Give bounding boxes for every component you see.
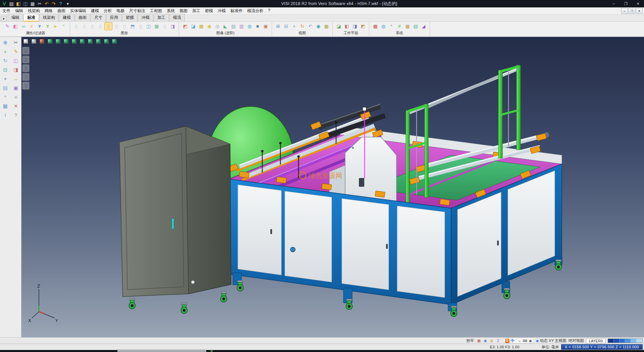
view-cube-icon[interactable] — [38, 38, 45, 45]
layer-shade-icon[interactable]: ◨ — [169, 23, 176, 30]
chain-icon[interactable]: ∞ — [20, 23, 27, 30]
select-icon[interactable]: ► — [52, 23, 59, 30]
ime-tool-icon[interactable]: ▣ — [529, 339, 532, 343]
ribbon-tab[interactable]: 应用 — [106, 14, 122, 21]
ime-language-toggle[interactable]: 中 — [511, 338, 515, 343]
3d-viewport[interactable]: ▯▯▯▯▯ — [21, 37, 644, 337]
quick-access-icon[interactable]: ▾ — [65, 1, 71, 7]
snap-label[interactable]: 拴牢 — [467, 338, 474, 343]
menu-item[interactable]: 建模 — [89, 7, 101, 14]
menu-item[interactable]: 曲面 — [55, 7, 68, 14]
layer-cylinder-icon[interactable]: ▯ — [72, 23, 80, 30]
menu-item[interactable]: 线架构 — [25, 7, 42, 14]
ribbon-tab[interactable]: 冲模 — [138, 14, 153, 21]
grid-icon[interactable]: # — [396, 23, 403, 30]
layer-cylinder-icon[interactable]: ▯ — [89, 23, 96, 30]
status-tool-icon[interactable]: ◍ — [489, 338, 495, 343]
left-tool-icon[interactable]: ↻ — [1, 56, 9, 64]
layer-color-swatch[interactable] — [620, 339, 625, 343]
left-tool-icon[interactable]: ▣ — [12, 84, 20, 92]
left-tool-icon[interactable]: ≡ — [12, 93, 20, 101]
unchain-icon[interactable]: ≠ — [28, 23, 35, 30]
status-tool-icon[interactable]: 2 — [495, 338, 501, 343]
ribbon-tab[interactable]: 曲面 — [75, 14, 90, 21]
zoom-window-icon[interactable]: ⊟ — [282, 23, 290, 30]
clipboard-icon[interactable]: ▯ — [22, 56, 29, 63]
clipboard-icon[interactable]: ▯ — [22, 82, 29, 89]
menu-item[interactable]: 冲模 — [215, 7, 228, 14]
ribbon-tab[interactable]: 线架构 — [39, 14, 59, 21]
snapshot-icon[interactable]: ▣ — [262, 23, 269, 30]
ribbon-tab[interactable]: 建模 — [59, 14, 74, 21]
quick-access-icon[interactable]: ↶ — [44, 1, 50, 7]
ribbon-tab[interactable]: 模流 — [169, 14, 185, 21]
maximize-button[interactable]: ❐ — [620, 0, 632, 7]
left-tool-icon[interactable]: ⌖ — [1, 75, 9, 83]
quick-access-icon[interactable]: ◧ — [15, 1, 21, 7]
menu-item[interactable]: 标准件 — [228, 7, 245, 14]
workplane-xy-icon[interactable]: ◧ — [343, 23, 351, 30]
database-icon[interactable]: ▤ — [412, 23, 419, 30]
ime-logo-icon[interactable]: S — [505, 339, 509, 343]
view-cube-icon[interactable] — [30, 38, 37, 45]
calculator-icon[interactable]: ▦ — [404, 23, 411, 30]
os-taskbar[interactable] — [0, 350, 644, 352]
menu-item[interactable]: 文件 — [0, 7, 13, 14]
previous-view-icon[interactable]: ↶ — [307, 23, 314, 30]
layer-color-swatch[interactable] — [625, 339, 631, 343]
ime-tool-icon[interactable]: ☺ — [518, 339, 521, 343]
layer-cylinder-icon[interactable]: ▯ — [137, 23, 144, 30]
layer-half-icon[interactable]: ⬒ — [129, 23, 136, 30]
view-mode-indicator[interactable]: ◉ 动态 XY 主视图 — [536, 338, 567, 343]
view-cube-icon[interactable] — [103, 38, 110, 45]
status-tool-icon[interactable]: ◉ — [483, 338, 488, 343]
view-cube-icon[interactable] — [54, 38, 61, 45]
workplane-align-icon[interactable]: ◨ — [351, 23, 359, 30]
quick-access-icon[interactable]: ✂ — [37, 1, 43, 7]
camera-icon[interactable]: ◎ — [214, 23, 221, 30]
left-tool-icon[interactable]: ◨ — [12, 65, 20, 74]
view-cube-icon[interactable] — [78, 38, 86, 45]
left-tool-icon[interactable]: * — [1, 93, 9, 101]
menu-item[interactable]: 分析 — [101, 7, 114, 14]
ribbon-tab[interactable]: 塑膜 — [122, 14, 138, 21]
section-icon[interactable]: ◣ — [222, 23, 229, 30]
menu-item[interactable]: 塑模 — [203, 7, 215, 14]
view-cube-icon[interactable] — [22, 38, 29, 45]
quick-access-icon[interactable]: ▦ — [30, 1, 36, 7]
view-cube-icon[interactable] — [62, 38, 69, 45]
left-tool-icon[interactable]: + — [1, 47, 9, 55]
quick-access-icon[interactable]: ▤ — [8, 1, 14, 7]
close-button[interactable]: ✕ — [632, 0, 644, 7]
layer-color-swatch[interactable] — [637, 339, 642, 343]
layer-color-swatch[interactable] — [631, 339, 637, 343]
settings-icon[interactable]: * — [388, 23, 395, 30]
workplane-3pt-icon[interactable]: ◩ — [359, 23, 367, 30]
left-tool-icon[interactable]: ◫ — [12, 56, 20, 64]
left-tool-icon[interactable]: ▤ — [1, 84, 9, 92]
layer-color-swatch[interactable] — [614, 339, 620, 343]
mdi-restore-button[interactable]: ❐ — [629, 8, 635, 14]
edit-attributes-icon[interactable]: ✎ — [4, 23, 11, 30]
wireframe-icon[interactable]: ▤ — [230, 23, 237, 30]
taskbar-app-icon[interactable] — [211, 350, 213, 352]
left-tool-icon[interactable]: ✕ — [12, 102, 20, 110]
quick-access-icon[interactable]: V — [1, 1, 7, 7]
background-icon[interactable]: ■ — [254, 23, 261, 30]
workplane-icon[interactable]: ◪ — [335, 23, 342, 30]
minimize-button[interactable]: ─ — [608, 0, 620, 7]
transparency-icon[interactable]: ◍ — [246, 23, 253, 30]
menu-item[interactable]: 加工 — [190, 7, 203, 14]
menu-item[interactable]: 编辑 — [13, 7, 25, 14]
rotate-view-icon[interactable]: ↻ — [299, 23, 306, 30]
menu-item[interactable]: 模流分析 — [245, 7, 266, 14]
view-cube-icon[interactable] — [46, 38, 53, 45]
menu-item[interactable]: 电极 — [114, 7, 127, 14]
tab-dropdown-icon[interactable]: ▾ — [1, 16, 7, 21]
view-cube-icon[interactable] — [95, 38, 102, 45]
stored-views-icon[interactable]: ▦ — [323, 23, 330, 30]
menu-item[interactable]: 实体编辑 — [68, 7, 89, 14]
mdi-close-button[interactable]: ✕ — [636, 8, 643, 14]
menu-item[interactable]: 视图 — [177, 7, 190, 14]
layer-cylinder-icon[interactable]: ▯ — [161, 23, 168, 30]
